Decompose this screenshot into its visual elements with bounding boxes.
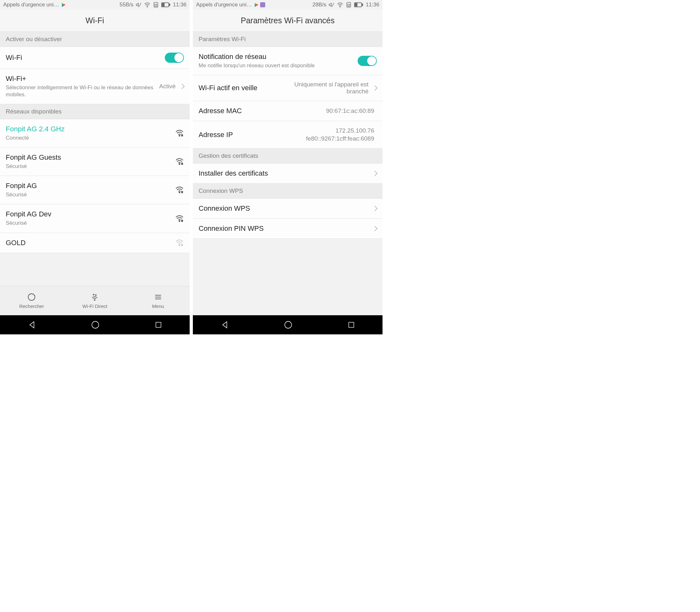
search-label: Rechercher <box>19 304 44 309</box>
wifi-signal-icon <box>175 239 184 246</box>
app-icon <box>260 2 265 7</box>
mute-icon <box>328 2 334 8</box>
nav-recent-icon[interactable] <box>155 321 162 329</box>
wifi-direct-button[interactable]: Wi-Fi Direct <box>63 286 126 315</box>
wifi-sleep-value: Uniquement si l'appareil est branché <box>285 81 368 95</box>
network-name: Fonpit AG 2.4 GHz <box>6 125 172 133</box>
wifi-signal-icon <box>175 215 184 222</box>
hamburger-icon <box>154 293 163 302</box>
status-bar: Appels d'urgence uni… 28B/s 11:36 <box>193 0 382 10</box>
svg-rect-10 <box>181 163 183 165</box>
ip-v4: 172.25.100.76 <box>306 127 374 135</box>
android-nav-bar <box>0 315 190 334</box>
svg-point-15 <box>179 245 180 246</box>
sim-icon <box>153 2 159 8</box>
wifi-signal-icon <box>175 158 184 165</box>
wifi-sleep-row[interactable]: Wi-Fi actif en veille Uniquement si l'ap… <box>193 75 382 101</box>
wifi-signal-icon <box>175 158 184 165</box>
menu-button[interactable]: Menu <box>127 286 190 315</box>
network-status: Sécurisé <box>6 163 172 170</box>
nav-home-icon[interactable] <box>284 321 292 329</box>
ip-v6: fe80::9267:1cff:feac:6089 <box>306 135 374 143</box>
nav-home-icon[interactable] <box>91 321 99 329</box>
svg-rect-5 <box>169 4 170 6</box>
mac-address-row: Adresse MAC 90:67:1c:ac:60:89 <box>193 101 382 121</box>
svg-point-1 <box>147 7 148 7</box>
wifi-signal-icon <box>175 239 184 246</box>
svg-rect-23 <box>156 322 161 328</box>
wifi-signal-icon <box>175 215 184 222</box>
section-toggle-header: Activer ou désactiver <box>0 32 190 47</box>
play-store-icon <box>61 2 65 7</box>
nav-back-icon[interactable] <box>28 321 36 329</box>
menu-label: Menu <box>152 304 164 309</box>
ip-value: 172.25.100.76 fe80::9267:1cff:feac:6089 <box>306 127 374 142</box>
network-row[interactable]: Fonpit AG 2.4 GHz Connecté <box>0 119 190 148</box>
wifi-direct-label: Wi-Fi Direct <box>82 304 107 309</box>
svg-rect-8 <box>181 135 183 137</box>
svg-rect-16 <box>181 244 183 246</box>
network-status: Sécurisé <box>6 220 172 227</box>
chevron-right-icon <box>372 171 378 176</box>
network-row[interactable]: Fonpit AG Guests Sécurisé <box>0 148 190 176</box>
battery-icon <box>161 2 170 7</box>
svg-rect-29 <box>362 4 363 6</box>
svg-point-13 <box>179 221 180 222</box>
sim-icon <box>346 2 352 8</box>
svg-rect-6 <box>162 3 165 6</box>
wps-connection-row[interactable]: Connexion WPS <box>193 198 382 219</box>
network-notif-toggle[interactable] <box>358 56 377 66</box>
svg-point-7 <box>179 136 180 136</box>
wifi-advanced-screen: Appels d'urgence uni… 28B/s 11:36 Paramè… <box>193 0 382 334</box>
status-bar: Appels d'urgence uni… 55B/s 11:36 <box>0 0 190 10</box>
svg-rect-27 <box>348 4 350 6</box>
network-status: Connecté <box>6 135 172 141</box>
search-button[interactable]: Rechercher <box>0 286 63 315</box>
svg-rect-14 <box>181 220 183 222</box>
svg-point-9 <box>179 164 180 165</box>
network-status: Sécurisé <box>6 191 172 198</box>
wifi-signal-icon <box>175 130 184 137</box>
wifi-signal-icon <box>175 130 184 137</box>
nav-back-icon[interactable] <box>221 321 229 329</box>
wifi-plus-row[interactable]: Wi-Fi+ Sélectionner intelligemment le Wi… <box>0 69 190 104</box>
wifi-toggle-row[interactable]: Wi-Fi <box>0 47 190 69</box>
svg-line-0 <box>139 3 141 7</box>
carrier-text: Appels d'urgence uni… <box>196 2 252 8</box>
svg-point-25 <box>340 7 341 7</box>
play-store-icon <box>254 2 258 7</box>
network-name: Fonpit AG Guests <box>6 153 172 162</box>
network-row[interactable]: Fonpit AG Sécurisé <box>0 176 190 204</box>
install-certs-row[interactable]: Installer des certificats <box>193 164 382 184</box>
content-area: Paramètres Wi-Fi Notification de réseau … <box>193 32 382 315</box>
nav-recent-icon[interactable] <box>348 321 355 329</box>
ip-title: Adresse IP <box>199 131 306 139</box>
network-row[interactable]: Fonpit AG Dev Sécurisé <box>0 204 190 233</box>
section-networks-header: Réseaux disponibles <box>0 104 190 119</box>
android-nav-bar <box>193 315 382 334</box>
wps-pin-row[interactable]: Connexion PIN WPS <box>193 219 382 239</box>
network-name: Fonpit AG <box>6 182 172 190</box>
wifi-status-icon <box>337 2 343 7</box>
network-notification-row[interactable]: Notification de réseau Me notifie lorsqu… <box>193 47 382 75</box>
content-area: Activer ou désactiver Wi-Fi Wi-Fi+ Sélec… <box>0 32 190 286</box>
mute-icon <box>136 2 141 8</box>
svg-point-18 <box>94 300 95 301</box>
svg-rect-12 <box>181 191 183 194</box>
screen-title: Wi-Fi <box>0 10 190 32</box>
install-certs-title: Installer des certificats <box>199 169 371 178</box>
svg-point-11 <box>179 192 180 193</box>
chevron-right-icon <box>372 85 378 91</box>
mac-value: 90:67:1c:ac:60:89 <box>326 108 374 114</box>
clock: 11:36 <box>366 2 379 8</box>
ip-address-row: Adresse IP 172.25.100.76 fe80::9267:1cff… <box>193 121 382 149</box>
wifi-status-icon <box>144 2 151 7</box>
wifi-plus-title: Wi-Fi+ <box>6 74 159 83</box>
refresh-icon <box>27 293 36 302</box>
battery-icon <box>354 2 363 7</box>
wifi-toggle[interactable] <box>165 53 184 63</box>
wifi-signal-icon <box>175 186 184 194</box>
chevron-right-icon <box>372 226 378 232</box>
network-row[interactable]: GOLD <box>0 233 190 253</box>
carrier-text: Appels d'urgence uni… <box>3 2 59 8</box>
